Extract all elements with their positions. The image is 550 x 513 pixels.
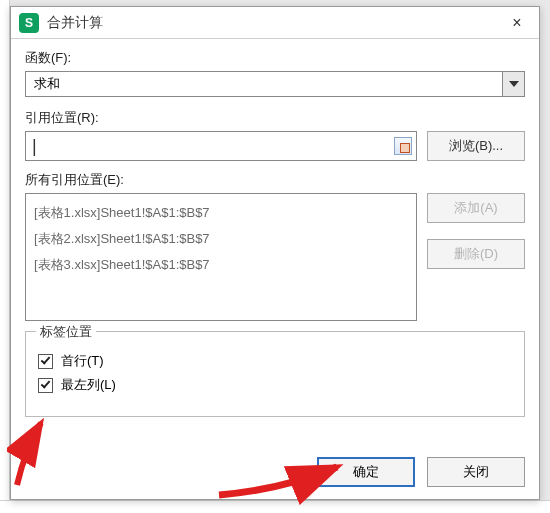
- titlebar: S 合并计算 ×: [11, 7, 539, 39]
- all-refs-label: 所有引用位置(E):: [25, 171, 525, 189]
- label-position-fieldset: 标签位置 首行(T) 最左列(L): [25, 331, 525, 417]
- reference-label: 引用位置(R):: [25, 109, 525, 127]
- grid-edge-left: [0, 0, 10, 513]
- grid-edge-bottom: [0, 500, 550, 513]
- add-button[interactable]: 添加(A): [427, 193, 525, 223]
- ok-button[interactable]: 确定: [317, 457, 415, 487]
- checkmark-icon: [41, 354, 51, 364]
- range-picker-icon[interactable]: [394, 137, 412, 155]
- browse-button[interactable]: 浏览(B)...: [427, 131, 525, 161]
- consolidate-dialog: S 合并计算 × 函数(F): 求和 引用位置(R): | 浏览(B)... 所…: [10, 6, 540, 500]
- reference-input-wrap: |: [25, 131, 417, 161]
- delete-button[interactable]: 删除(D): [427, 239, 525, 269]
- top-row-checkbox[interactable]: [38, 354, 53, 369]
- function-label: 函数(F):: [25, 49, 525, 67]
- dialog-footer: 确定 关闭: [317, 457, 525, 487]
- function-select[interactable]: 求和: [25, 71, 525, 97]
- reference-input[interactable]: [37, 132, 394, 160]
- reference-listbox[interactable]: [表格1.xlsx]Sheet1!$A$1:$B$7 [表格2.xlsx]She…: [25, 193, 417, 321]
- list-item[interactable]: [表格3.xlsx]Sheet1!$A$1:$B$7: [34, 252, 408, 278]
- dialog-body: 函数(F): 求和 引用位置(R): | 浏览(B)... 所有引用位置(E):…: [11, 39, 539, 417]
- top-row-checkbox-row[interactable]: 首行(T): [38, 352, 512, 370]
- top-row-label: 首行(T): [61, 352, 104, 370]
- function-select-value: 求和: [34, 75, 60, 93]
- left-col-checkbox[interactable]: [38, 378, 53, 393]
- left-col-label: 最左列(L): [61, 376, 116, 394]
- list-item[interactable]: [表格1.xlsx]Sheet1!$A$1:$B$7: [34, 200, 408, 226]
- caret-down-icon[interactable]: [502, 72, 524, 96]
- annotation-arrow-checkbox: [7, 415, 67, 495]
- dialog-title: 合并计算: [47, 14, 503, 32]
- label-position-legend: 标签位置: [36, 323, 96, 341]
- app-icon: S: [19, 13, 39, 33]
- close-button[interactable]: 关闭: [427, 457, 525, 487]
- list-item[interactable]: [表格2.xlsx]Sheet1!$A$1:$B$7: [34, 226, 408, 252]
- checkmark-icon: [41, 378, 51, 388]
- left-col-checkbox-row[interactable]: 最左列(L): [38, 376, 512, 394]
- close-icon[interactable]: ×: [503, 11, 531, 35]
